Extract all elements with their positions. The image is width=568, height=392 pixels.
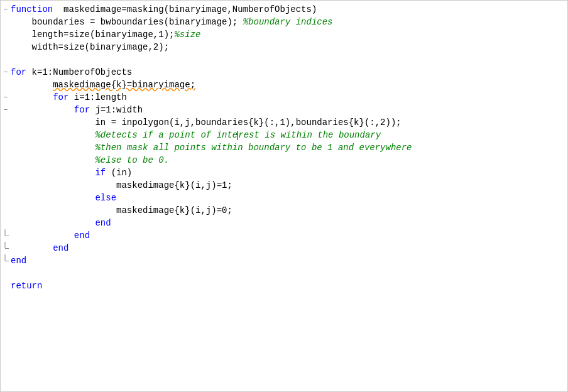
line-content: if (in) bbox=[11, 166, 562, 179]
fold-minus-icon[interactable]: − bbox=[1, 66, 11, 79]
code-token: rest is within the boundary bbox=[238, 130, 381, 140]
code-line: length=size(binaryimage,1);%size bbox=[1, 28, 567, 41]
line-content: else bbox=[11, 192, 562, 204]
code-line bbox=[1, 267, 567, 280]
line-content: length=size(binaryimage,1);%size bbox=[11, 28, 562, 41]
fold-empty bbox=[1, 280, 11, 292]
code-line: in = inpolygon(i,j,boundaries{k}(:,1),bo… bbox=[1, 116, 567, 129]
code-token bbox=[11, 105, 74, 115]
code-token bbox=[11, 80, 53, 90]
line-content: end bbox=[11, 254, 562, 267]
code-token: maskedimage{k}(i,j)=0; bbox=[11, 205, 232, 215]
code-token: k=1:NumberofObjects bbox=[26, 67, 132, 77]
code-token bbox=[11, 243, 53, 253]
line-content: end bbox=[11, 217, 562, 229]
code-token: %then mask all points within boundary to… bbox=[11, 143, 412, 153]
code-token: maskedimage=masking(binaryimage,Numberof… bbox=[53, 4, 317, 14]
code-line bbox=[1, 53, 567, 66]
code-token bbox=[11, 218, 95, 228]
code-token: in = inpolygon(i,j,boundaries{k}(:,1),bo… bbox=[11, 117, 401, 128]
code-token: length=size(binaryimage,1); bbox=[11, 30, 174, 40]
line-content: %then mask all points within boundary to… bbox=[11, 141, 562, 154]
code-line: maskedimage{k}(i,j)=1; bbox=[1, 179, 567, 192]
code-line: − for i=1:length bbox=[1, 91, 567, 104]
fold-minus-icon[interactable]: − bbox=[1, 3, 11, 16]
code-line: maskedimage{k}=binaryimage; bbox=[1, 79, 567, 91]
code-line: − for j=1:width bbox=[1, 104, 567, 116]
code-line: if (in) bbox=[1, 166, 567, 179]
fold-end-indicator bbox=[1, 229, 11, 242]
code-token: end bbox=[74, 231, 90, 241]
line-content: maskedimage{k}(i,j)=1; bbox=[11, 179, 562, 192]
code-token: maskedimage{k}=binaryimage; bbox=[53, 80, 195, 90]
code-token: maskedimage{k}(i,j)=1; bbox=[11, 180, 232, 190]
line-content: %detects if a point of interest is withi… bbox=[11, 129, 562, 141]
code-line: −for k=1:NumberofObjects bbox=[1, 66, 567, 79]
code-line: maskedimage{k}(i,j)=0; bbox=[1, 204, 567, 217]
code-line: −function maskedimage=masking(binaryimag… bbox=[1, 3, 567, 16]
line-content: in = inpolygon(i,j,boundaries{k}(:,1),bo… bbox=[11, 116, 562, 129]
code-line: %then mask all points within boundary to… bbox=[1, 141, 567, 154]
line-content: boundaries = bwboundaries(binaryimage); … bbox=[11, 16, 562, 28]
fold-empty bbox=[1, 267, 11, 280]
code-token bbox=[11, 92, 53, 102]
code-token: %detects if a point of inte bbox=[11, 130, 238, 140]
line-content: width=size(binaryimage,2); bbox=[11, 41, 562, 53]
code-token: j=1:width bbox=[90, 105, 143, 115]
code-token: %else to be 0. bbox=[11, 155, 169, 165]
code-token: i=1:length bbox=[68, 92, 126, 102]
code-token: %boundary indices bbox=[243, 17, 333, 27]
line-content: return bbox=[11, 280, 562, 292]
code-line: end bbox=[1, 217, 567, 229]
code-token: function bbox=[11, 4, 53, 14]
code-line: return bbox=[1, 280, 567, 292]
code-token bbox=[11, 231, 74, 241]
line-content bbox=[11, 53, 562, 66]
code-token: end bbox=[95, 218, 111, 228]
code-token: else bbox=[95, 193, 116, 203]
code-token: return bbox=[11, 281, 42, 291]
code-token: end bbox=[53, 243, 68, 253]
line-content: maskedimage{k}=binaryimage; bbox=[11, 79, 562, 91]
code-line: end bbox=[1, 242, 567, 254]
code-line: end bbox=[1, 254, 567, 267]
code-token: end bbox=[11, 256, 26, 266]
line-content: for i=1:length bbox=[11, 91, 562, 104]
code-token bbox=[11, 193, 95, 203]
line-content bbox=[11, 267, 562, 280]
line-content: end bbox=[11, 242, 562, 254]
code-token: boundaries = bwboundaries(binaryimage); bbox=[11, 17, 243, 27]
code-token: (in) bbox=[106, 168, 132, 178]
code-token: for bbox=[74, 105, 90, 115]
code-token: for bbox=[11, 67, 26, 77]
code-block: −function maskedimage=masking(binaryimag… bbox=[1, 3, 567, 292]
line-content: end bbox=[11, 229, 562, 242]
code-line: end bbox=[1, 229, 567, 242]
code-token: width=size(binaryimage,2); bbox=[11, 42, 169, 52]
line-content: for j=1:width bbox=[11, 104, 562, 116]
code-token: if bbox=[95, 168, 106, 178]
code-editor[interactable]: −function maskedimage=masking(binaryimag… bbox=[0, 0, 568, 392]
code-line: %detects if a point of interest is withi… bbox=[1, 129, 567, 141]
fold-minus-icon[interactable]: − bbox=[1, 91, 11, 104]
code-token: for bbox=[53, 92, 68, 102]
line-content: function maskedimage=masking(binaryimage… bbox=[11, 3, 562, 16]
code-line: width=size(binaryimage,2); bbox=[1, 41, 567, 53]
line-content: maskedimage{k}(i,j)=0; bbox=[11, 204, 562, 217]
code-line: else bbox=[1, 192, 567, 204]
line-content: for k=1:NumberofObjects bbox=[11, 66, 562, 79]
line-content: %else to be 0. bbox=[11, 154, 562, 166]
code-token bbox=[11, 168, 95, 178]
code-line: %else to be 0. bbox=[1, 154, 567, 166]
code-token: %size bbox=[174, 30, 200, 40]
code-line: boundaries = bwboundaries(binaryimage); … bbox=[1, 16, 567, 28]
fold-end-indicator bbox=[1, 242, 11, 254]
fold-minus-icon[interactable]: − bbox=[1, 104, 11, 116]
fold-end-indicator bbox=[1, 254, 11, 267]
